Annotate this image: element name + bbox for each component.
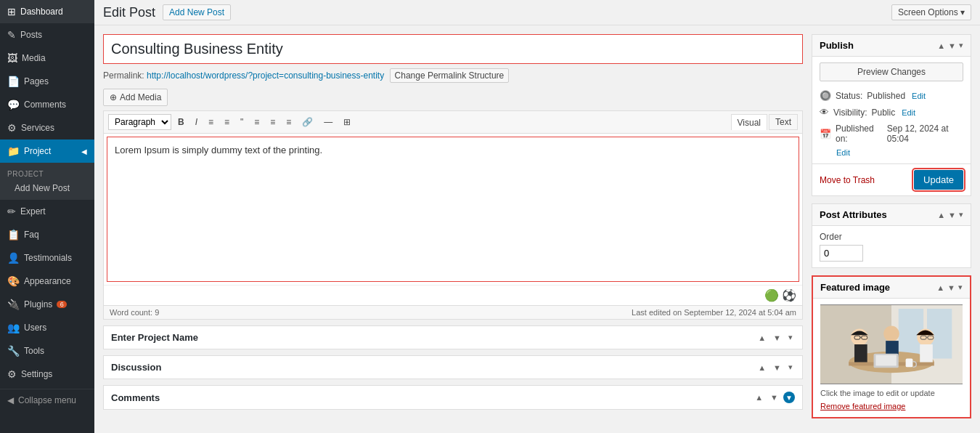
sidebar-item-project[interactable]: 📁 Project ◀ xyxy=(0,139,94,163)
editor-wrapper: Paragraph B I ≡ ≡ " ≡ ≡ ≡ 🔗 — ⊞ xyxy=(103,110,803,320)
order-row: Order xyxy=(820,232,963,262)
visibility-icon: 👁 xyxy=(820,107,829,118)
move-to-trash-link[interactable]: Move to Trash xyxy=(820,175,875,185)
sidebar-item-posts[interactable]: ✎ Posts xyxy=(0,23,94,46)
sidebar-item-dashboard[interactable]: ⊞ Dashboard xyxy=(0,0,94,23)
featured-toggle-button[interactable]: ▾ xyxy=(958,283,963,292)
sidebar-item-comments[interactable]: 💬 Comments xyxy=(0,93,94,116)
sidebar-label-settings: Settings xyxy=(21,369,52,379)
sidebar-label-tools: Tools xyxy=(24,346,44,356)
sidebar-item-faq[interactable]: 📋 Faq xyxy=(0,223,94,246)
bold-button[interactable]: B xyxy=(173,115,189,129)
svg-rect-7 xyxy=(854,344,867,363)
sidebar-item-services[interactable]: ⚙ Services xyxy=(0,116,94,139)
featured-image-header-controls: ▲ ▼ ▾ xyxy=(936,283,963,292)
dashboard-icon: ⊞ xyxy=(7,6,16,17)
unordered-list-button[interactable]: ≡ xyxy=(220,115,234,129)
horizontal-rule-button[interactable]: — xyxy=(319,115,337,129)
editor-column: Permalink: http://localhost/wordpress/?p… xyxy=(103,34,803,426)
remove-featured-image-link[interactable]: Remove featured image xyxy=(820,402,905,410)
sidebar-item-testimonials[interactable]: 👤 Testimonials xyxy=(0,246,94,270)
publish-box: Publish ▲ ▼ ▾ Preview Changes 🔘 Status: … xyxy=(812,34,971,196)
add-new-post-button[interactable]: Add New Post xyxy=(163,4,231,20)
featured-image-thumbnail[interactable] xyxy=(820,304,963,384)
edit-visibility-link[interactable]: Edit xyxy=(902,108,915,117)
status-label: Status: xyxy=(836,91,862,101)
order-input[interactable] xyxy=(820,245,863,262)
change-permalink-button[interactable]: Change Permalink Structure xyxy=(390,68,510,83)
panel-discussion-header[interactable]: Discussion ▲ ▼ ▾ xyxy=(104,356,802,379)
extra-icon[interactable]: ⚽ xyxy=(782,288,796,302)
table-button[interactable]: ⊞ xyxy=(339,115,355,129)
published-row: 📅 Published on: Sep 12, 2024 at 05:04 xyxy=(820,121,963,147)
featured-image-header: Featured image ▲ ▼ ▾ xyxy=(813,277,970,299)
ordered-list-button[interactable]: ≡ xyxy=(204,115,218,129)
panel-discussion-down-button[interactable]: ▼ xyxy=(771,363,783,373)
sidebar-item-tools[interactable]: 🔧 Tools xyxy=(0,339,94,363)
featured-down-button[interactable]: ▼ xyxy=(947,283,955,292)
tab-text[interactable]: Text xyxy=(769,114,798,130)
blockquote-button[interactable]: " xyxy=(236,115,248,129)
post-title-input[interactable] xyxy=(103,34,803,64)
sidebar-sub-add-new[interactable]: Add New Post xyxy=(0,179,94,197)
format-select[interactable]: Paragraph xyxy=(108,114,171,130)
italic-button[interactable]: I xyxy=(191,115,202,129)
panel-toggle-button[interactable]: ▾ xyxy=(786,332,795,343)
visibility-label: Visibility: xyxy=(833,108,867,118)
tab-visual[interactable]: Visual xyxy=(731,114,767,130)
attrs-toggle-button[interactable]: ▾ xyxy=(959,210,963,219)
add-media-icon: ⊕ xyxy=(110,92,117,102)
attrs-down-button[interactable]: ▼ xyxy=(948,210,956,219)
main-content: Edit Post Add New Post Screen Options ▾ … xyxy=(94,0,980,433)
editor-content-area[interactable]: Lorem Ipsum is simply dummy text of the … xyxy=(107,137,799,282)
sidebar-item-media[interactable]: 🖼 Media xyxy=(0,46,94,70)
pages-icon: 📄 xyxy=(7,76,20,87)
word-count: Word count: 9 xyxy=(110,308,159,317)
sidebar-item-appearance[interactable]: 🎨 Appearance xyxy=(0,270,94,293)
sidebar-item-settings[interactable]: ⚙ Settings xyxy=(0,363,94,386)
edit-status-link[interactable]: Edit xyxy=(912,92,926,100)
attrs-header-controls: ▲ ▼ ▾ xyxy=(937,210,963,219)
publish-toggle-button[interactable]: ▾ xyxy=(959,41,963,50)
publish-down-button[interactable]: ▼ xyxy=(948,41,956,50)
panel-enter-project-name-label: Enter Project Name xyxy=(111,332,198,343)
panel-discussion-toggle-button[interactable]: ▾ xyxy=(786,362,795,373)
plugins-badge: 6 xyxy=(57,301,67,308)
panel-comments-up-button[interactable]: ▲ xyxy=(753,392,765,402)
panel-down-button[interactable]: ▼ xyxy=(771,333,783,343)
publish-up-button[interactable]: ▲ xyxy=(937,41,945,50)
svg-point-11 xyxy=(883,326,899,342)
editor-toolbar-row: Paragraph B I ≡ ≡ " ≡ ≡ ≡ 🔗 — ⊞ xyxy=(104,111,802,134)
preview-changes-button[interactable]: Preview Changes xyxy=(820,62,963,81)
panel-enter-project-name-header[interactable]: Enter Project Name ▲ ▼ ▾ xyxy=(104,326,802,349)
grammarly-icon[interactable]: 🟢 xyxy=(764,288,779,302)
align-center-button[interactable]: ≡ xyxy=(266,115,279,129)
link-button[interactable]: 🔗 xyxy=(298,115,317,129)
permalink-url[interactable]: http://localhost/wordpress/?project=cons… xyxy=(147,70,384,81)
permalink-bar: Permalink: http://localhost/wordpress/?p… xyxy=(103,68,803,83)
media-icon: 🖼 xyxy=(7,52,17,64)
panel-discussion-label: Discussion xyxy=(111,362,161,373)
panel-comments-header[interactable]: Comments ▲ ▼ ▼ xyxy=(104,386,802,409)
attrs-up-button[interactable]: ▲ xyxy=(937,210,945,219)
visibility-row: 👁 Visibility: Public Edit xyxy=(820,104,963,121)
sidebar-item-expert[interactable]: ✏ Expert xyxy=(0,200,94,223)
sidebar: ⊞ Dashboard ✎ Posts 🖼 Media 📄 Pages 💬 Co… xyxy=(0,0,94,433)
featured-up-button[interactable]: ▲ xyxy=(936,283,944,292)
panel-enter-project-name: Enter Project Name ▲ ▼ ▾ xyxy=(103,325,803,349)
collapse-menu[interactable]: ◀ Collapse menu xyxy=(0,389,94,411)
update-button[interactable]: Update xyxy=(914,170,963,190)
add-media-button[interactable]: ⊕ Add Media xyxy=(103,89,168,106)
align-right-button[interactable]: ≡ xyxy=(282,115,295,129)
panel-controls: ▲ ▼ ▾ xyxy=(756,332,795,343)
sidebar-item-pages[interactable]: 📄 Pages xyxy=(0,70,94,93)
panel-comments-down-button[interactable]: ▼ xyxy=(768,392,780,402)
publish-footer: Move to Trash Update xyxy=(812,163,971,195)
panel-discussion-up-button[interactable]: ▲ xyxy=(756,363,768,373)
edit-published-link[interactable]: Edit xyxy=(836,148,850,157)
panel-up-button[interactable]: ▲ xyxy=(756,333,768,343)
sidebar-item-users[interactable]: 👥 Users xyxy=(0,316,94,339)
sidebar-item-plugins[interactable]: 🔌 Plugins 6 xyxy=(0,293,94,316)
screen-options-button[interactable]: Screen Options ▾ xyxy=(891,4,971,20)
align-left-button[interactable]: ≡ xyxy=(250,115,264,129)
